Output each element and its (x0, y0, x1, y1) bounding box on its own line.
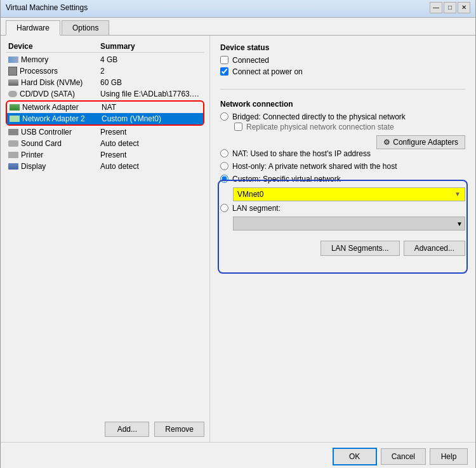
power-on-label: Connect at power on (232, 67, 303, 76)
nat-radio[interactable] (220, 149, 228, 157)
custom-radio[interactable] (220, 175, 228, 183)
device-name: Network Adapter (22, 103, 79, 112)
bridged-radio[interactable] (220, 112, 228, 121)
dialog-footer: OK Cancel Help (1, 442, 475, 469)
device-summary: 2 (100, 67, 202, 76)
vmnet-dropdown-wrapper: VMnet0 ▼ (233, 187, 465, 201)
table-row-selected[interactable]: Network Adapter 2 Custom (VMnet0) (7, 113, 203, 124)
device-summary: NAT (102, 103, 201, 112)
device-status-section: Device status Connected Connect at power… (220, 43, 465, 79)
lan-segment-radio-row: LAN segment: (220, 204, 465, 213)
separator-1 (220, 89, 465, 90)
connected-checkbox[interactable] (220, 56, 228, 64)
network-adapter-group: Network Adapter NAT Network Adapter 2 Cu… (6, 100, 204, 126)
configure-adapters-label: Configure Adapters (393, 138, 458, 147)
replicate-label: Replicate physical network connection st… (246, 123, 394, 131)
virtual-machine-settings-window: Virtual Machine Settings — □ ✕ Hardware … (0, 0, 476, 468)
title-bar-controls: — □ ✕ (430, 2, 470, 13)
replicate-checkbox[interactable] (234, 123, 242, 131)
usb-icon (8, 129, 18, 135)
custom-label: Custom: Specific virtual network (232, 175, 341, 184)
left-panel: Device Summary Memory 4 GB Processors (1, 36, 210, 442)
device-name: Sound Card (21, 139, 62, 148)
minimize-button[interactable]: — (430, 2, 442, 13)
display-icon (8, 163, 18, 170)
device-status-title: Device status (220, 43, 465, 52)
lan-segment-radio[interactable] (220, 204, 228, 212)
device-summary: Present (100, 150, 202, 159)
memory-icon (8, 57, 18, 63)
nat-label: NAT: Used to share the host's IP address (232, 149, 371, 158)
bridged-label: Bridged: Connected directly to the physi… (232, 112, 406, 121)
configure-adapters-row: ⚙ Configure Adapters (220, 135, 465, 149)
connected-label: Connected (232, 56, 269, 65)
table-row[interactable]: CD/DVD (SATA) Using file E:\ADLab\17763.… (6, 88, 204, 100)
bridged-radio-row: Bridged: Connected directly to the physi… (220, 112, 465, 121)
hostonly-radio-row: Host-only: A private network shared with… (220, 162, 465, 171)
gear-icon: ⚙ (383, 138, 390, 147)
table-row[interactable]: Network Adapter NAT (7, 102, 203, 113)
nic-icon (10, 104, 20, 110)
device-summary: Auto detect (100, 162, 202, 171)
maximize-button[interactable]: □ (444, 2, 456, 13)
help-button[interactable]: Help (430, 448, 468, 465)
vmnet-dropdown[interactable]: VMnet0 ▼ (233, 187, 465, 201)
configure-adapters-button[interactable]: ⚙ Configure Adapters (376, 135, 465, 149)
table-row[interactable]: Sound Card Auto detect (6, 138, 204, 149)
connected-row: Connected (220, 56, 465, 65)
printer-icon (8, 152, 18, 158)
power-on-row: Connect at power on (220, 67, 465, 76)
device-summary: 60 GB (100, 78, 202, 87)
table-row[interactable]: USB Controller Present (6, 126, 204, 138)
tab-hardware[interactable]: Hardware (6, 20, 60, 36)
table-row[interactable]: Memory 4 GB (6, 54, 204, 65)
table-row[interactable]: Display Auto detect (6, 161, 204, 172)
vmnet-value: VMnet0 (237, 190, 263, 199)
window-title: Virtual Machine Settings (6, 3, 88, 12)
device-summary: Auto detect (100, 139, 202, 148)
device-name: Printer (21, 150, 43, 159)
network-connection-section: Network connection Bridged: Connected di… (220, 100, 465, 256)
lan-dropdown-wrapper: ▼ (233, 217, 465, 231)
nic-icon (10, 116, 20, 122)
device-name: Display (21, 162, 46, 171)
table-row[interactable]: Printer Present (6, 149, 204, 161)
add-button[interactable]: Add... (105, 422, 149, 437)
cancel-button[interactable]: Cancel (381, 448, 426, 465)
cpu-icon (8, 67, 17, 76)
device-summary: Using file E:\ADLab\17763.7... (100, 90, 202, 98)
ok-button[interactable]: OK (333, 448, 377, 465)
lan-segment-select[interactable] (233, 217, 465, 231)
hostonly-radio[interactable] (220, 162, 228, 170)
device-action-buttons: Add... Remove (6, 417, 204, 437)
tab-options[interactable]: Options (62, 20, 109, 35)
sound-icon (8, 140, 18, 147)
lan-segment-label: LAN segment: (232, 204, 281, 213)
table-row[interactable]: Hard Disk (NVMe) 60 GB (6, 77, 204, 88)
device-name: CD/DVD (SATA) (20, 90, 75, 98)
device-name: Processors (20, 67, 58, 76)
remove-button[interactable]: Remove (154, 422, 204, 437)
right-panel: Device status Connected Connect at power… (210, 36, 475, 442)
advanced-button[interactable]: Advanced... (404, 241, 465, 256)
close-button[interactable]: ✕ (458, 2, 470, 13)
table-row[interactable]: Processors 2 (6, 65, 204, 77)
col-summary-header: Summary (100, 42, 202, 51)
dropdown-arrow-icon: ▼ (454, 191, 461, 197)
device-name: USB Controller (21, 128, 72, 137)
dvd-icon (8, 91, 17, 97)
nat-radio-row: NAT: Used to share the host's IP address (220, 149, 465, 158)
device-summary: 4 GB (100, 55, 202, 64)
lan-segments-button[interactable]: LAN Segments... (321, 241, 400, 256)
network-connection-title: Network connection (220, 100, 465, 109)
hostonly-label: Host-only: A private network shared with… (232, 162, 397, 171)
device-table-header: Device Summary (6, 41, 204, 53)
title-bar: Virtual Machine Settings — □ ✕ (1, 0, 475, 18)
device-list: Memory 4 GB Processors 2 Hard Disk (NVMe… (6, 54, 204, 417)
device-summary: Custom (VMnet0) (102, 114, 201, 123)
power-on-checkbox[interactable] (220, 67, 228, 76)
device-name: Network Adapter 2 (22, 114, 85, 123)
custom-radio-row: Custom: Specific virtual network (220, 175, 465, 184)
main-content: Device Summary Memory 4 GB Processors (1, 36, 475, 442)
tabs-bar: Hardware Options (1, 18, 475, 36)
